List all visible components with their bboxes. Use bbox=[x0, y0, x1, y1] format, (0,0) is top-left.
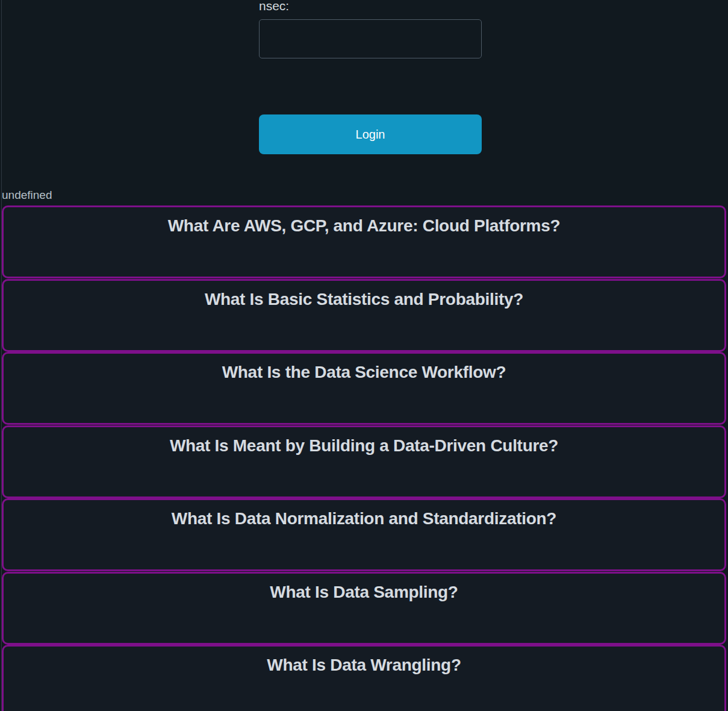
nsec-label: nsec: bbox=[259, 0, 482, 14]
question-title: What Is Data Normalization and Standardi… bbox=[4, 507, 724, 530]
question-card[interactable]: What Is Meant by Building a Data-Driven … bbox=[2, 425, 726, 498]
question-title: What Is Basic Statistics and Probability… bbox=[4, 288, 724, 311]
question-title: What Is Data Wrangling? bbox=[4, 654, 724, 677]
status-text: undefined bbox=[2, 189, 52, 202]
question-card[interactable]: What Is Basic Statistics and Probability… bbox=[2, 279, 726, 352]
question-card[interactable]: What Is Data Sampling? bbox=[2, 572, 726, 645]
question-title: What Is Data Sampling? bbox=[4, 581, 724, 604]
nsec-input[interactable] bbox=[259, 19, 482, 58]
login-form: nsec: Login bbox=[259, 0, 482, 154]
question-list: What Are AWS, GCP, and Azure: Cloud Plat… bbox=[2, 205, 726, 711]
question-card[interactable]: What Is Data Normalization and Standardi… bbox=[2, 498, 726, 571]
question-title: What Is Meant by Building a Data-Driven … bbox=[4, 434, 724, 457]
question-card[interactable]: What Are AWS, GCP, and Azure: Cloud Plat… bbox=[2, 205, 726, 278]
question-card[interactable]: What Is the Data Science Workflow? bbox=[2, 352, 726, 425]
question-title: What Is the Data Science Workflow? bbox=[4, 361, 724, 384]
question-title: What Are AWS, GCP, and Azure: Cloud Plat… bbox=[4, 215, 724, 237]
login-button[interactable]: Login bbox=[259, 114, 482, 154]
question-card[interactable]: What Is Data Wrangling? bbox=[2, 645, 726, 711]
